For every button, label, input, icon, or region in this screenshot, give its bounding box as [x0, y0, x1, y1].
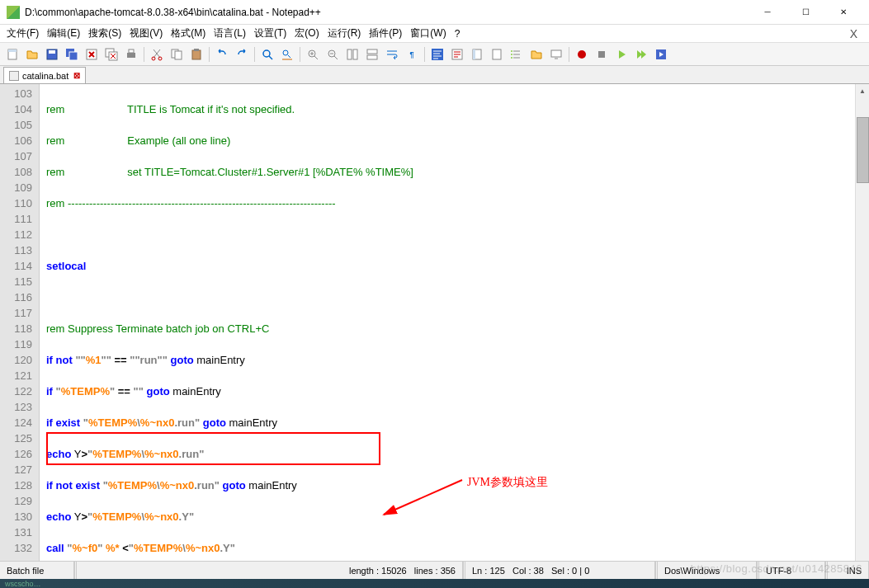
- vertical-scrollbar[interactable]: ▲ ▼: [855, 84, 869, 579]
- print-icon[interactable]: [122, 45, 140, 64]
- menu-help[interactable]: ?: [451, 26, 464, 41]
- svg-point-18: [283, 50, 288, 55]
- scroll-thumb[interactable]: [857, 117, 869, 183]
- paste-icon[interactable]: [187, 45, 205, 64]
- zoom-in-icon[interactable]: [304, 45, 322, 64]
- folder-icon[interactable]: [527, 45, 545, 64]
- menu-settings[interactable]: 设置(T): [251, 25, 290, 42]
- replace-icon[interactable]: [278, 45, 296, 64]
- menubar: 文件(F) 编辑(E) 搜索(S) 视图(V) 格式(M) 语言(L) 设置(T…: [0, 25, 869, 43]
- svg-rect-33: [551, 50, 561, 57]
- save-all-icon[interactable]: [63, 45, 81, 64]
- cut-icon[interactable]: [148, 45, 166, 64]
- save-macro-icon[interactable]: [652, 45, 670, 64]
- menu-edit[interactable]: 编辑(E): [44, 25, 83, 42]
- tab-close-icon[interactable]: ⊠: [73, 71, 80, 80]
- menu-close-x[interactable]: X: [842, 27, 866, 40]
- svg-point-32: [511, 57, 512, 59]
- menu-macro[interactable]: 宏(O): [291, 25, 322, 42]
- close-button[interactable]: ✕: [824, 1, 862, 24]
- play-multi-icon[interactable]: [632, 45, 650, 64]
- play-icon[interactable]: [612, 45, 630, 64]
- show-all-icon[interactable]: ¶: [403, 45, 421, 64]
- annotation-text: JVM参数填这里: [467, 475, 548, 490]
- svg-rect-29: [493, 49, 501, 59]
- svg-point-31: [511, 54, 512, 55]
- svg-rect-16: [194, 49, 199, 51]
- close-all-icon[interactable]: [102, 45, 120, 64]
- menu-format[interactable]: 格式(M): [168, 25, 209, 42]
- status-length: length : 15026 lines : 356: [77, 562, 463, 579]
- svg-rect-5: [69, 52, 78, 60]
- window-controls: ─ ☐ ✕: [749, 1, 862, 24]
- toolbar: ¶: [0, 43, 869, 66]
- editor[interactable]: 1031041051061071081091101111121131141151…: [0, 84, 869, 579]
- file-tab-label: catalina.bat: [22, 71, 68, 81]
- svg-rect-23: [367, 49, 377, 54]
- doc-list-icon[interactable]: [488, 45, 506, 64]
- menu-plugins[interactable]: 插件(P): [366, 25, 405, 42]
- svg-point-17: [263, 50, 270, 57]
- code-area[interactable]: rem TITLE is Tomcat if it's not specifie…: [40, 84, 855, 579]
- new-file-icon[interactable]: [3, 45, 21, 64]
- menu-file[interactable]: 文件(F): [3, 25, 42, 42]
- menu-window[interactable]: 窗口(W): [407, 25, 449, 42]
- titlebar: D:\common\apache-tomcat-8.0.38-x64\bin\c…: [0, 0, 869, 25]
- scroll-up-arrow[interactable]: ▲: [856, 84, 869, 98]
- menu-search[interactable]: 搜索(S): [85, 25, 125, 42]
- find-icon[interactable]: [258, 45, 276, 64]
- svg-rect-24: [367, 55, 377, 59]
- status-cursor: Ln : 125 Col : 38 Sel : 0 | 0: [465, 562, 655, 579]
- copy-icon[interactable]: [168, 45, 186, 64]
- doc-map-icon[interactable]: [468, 45, 486, 64]
- wordwrap-icon[interactable]: [383, 45, 401, 64]
- minimize-button[interactable]: ─: [749, 1, 786, 24]
- save-icon[interactable]: [43, 45, 61, 64]
- svg-rect-1: [8, 49, 17, 52]
- svg-rect-28: [473, 49, 475, 59]
- status-filetype: Batch file: [0, 562, 74, 579]
- svg-point-34: [578, 50, 586, 59]
- undo-icon[interactable]: [213, 45, 231, 64]
- sync-h-icon[interactable]: [363, 45, 381, 64]
- menu-run[interactable]: 运行(R): [324, 25, 365, 42]
- close-file-icon[interactable]: [83, 45, 101, 64]
- func-list-icon[interactable]: [508, 45, 526, 64]
- svg-rect-15: [192, 50, 201, 59]
- udl-icon[interactable]: [448, 45, 466, 64]
- record-icon[interactable]: [573, 45, 591, 64]
- svg-rect-35: [598, 51, 605, 58]
- svg-point-30: [511, 50, 512, 52]
- stop-icon[interactable]: [593, 45, 611, 64]
- menu-language[interactable]: 语言(L): [210, 25, 249, 42]
- svg-rect-10: [129, 49, 134, 53]
- redo-icon[interactable]: [233, 45, 251, 64]
- monitor-icon[interactable]: [547, 45, 565, 64]
- line-gutter: 1031041051061071081091101111121131141151…: [0, 84, 40, 579]
- svg-rect-21: [347, 49, 352, 59]
- svg-rect-14: [175, 51, 182, 59]
- app-icon: [7, 6, 20, 19]
- tabbar: catalina.bat ⊠: [0, 66, 869, 84]
- file-tab[interactable]: catalina.bat ⊠: [3, 67, 86, 83]
- open-file-icon[interactable]: [23, 45, 41, 64]
- indent-guide-icon[interactable]: [428, 45, 446, 64]
- desktop-strip: wscscho…: [0, 579, 869, 588]
- sync-v-icon[interactable]: [343, 45, 361, 64]
- svg-rect-9: [127, 53, 135, 58]
- zoom-out-icon[interactable]: [324, 45, 342, 64]
- maximize-button[interactable]: ☐: [786, 1, 824, 24]
- svg-rect-3: [49, 50, 55, 54]
- svg-rect-22: [353, 49, 357, 59]
- titlebar-text: D:\common\apache-tomcat-8.0.38-x64\bin\c…: [25, 7, 749, 18]
- menu-view[interactable]: 视图(V): [126, 25, 166, 42]
- file-tab-icon: [9, 71, 19, 81]
- watermark: https://blog.csdn.net/u014285846: [691, 562, 862, 575]
